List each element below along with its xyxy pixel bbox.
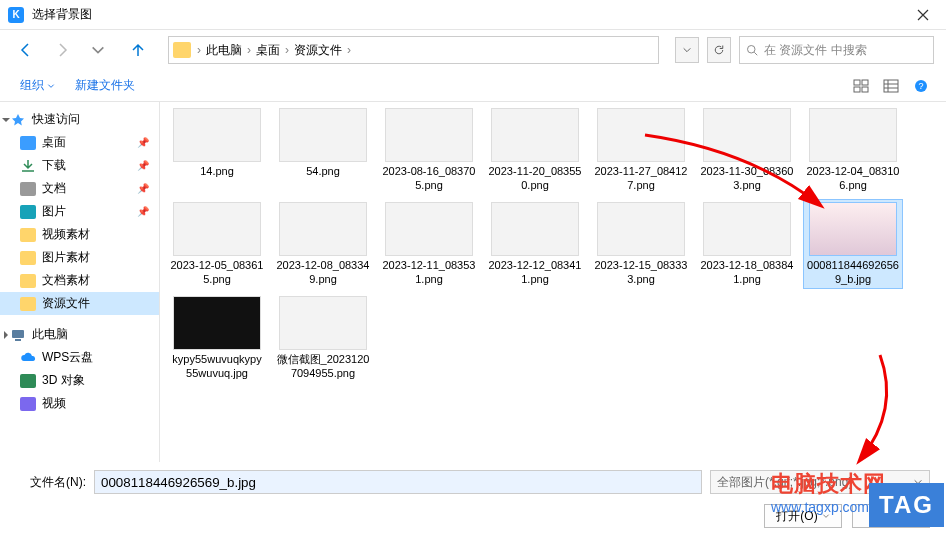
sidebar-item-3d-objects[interactable]: 3D 对象 <box>0 369 159 392</box>
file-item[interactable]: 微信截图_20231207094955.png <box>274 294 372 382</box>
sidebar-item-video-material[interactable]: 视频素材 <box>0 223 159 246</box>
cloud-icon <box>20 351 36 365</box>
sidebar-label: 桌面 <box>42 134 66 151</box>
pin-icon: 📌 <box>137 137 149 148</box>
help-button[interactable]: ? <box>908 74 934 98</box>
file-item[interactable]: 14.png <box>168 106 266 194</box>
file-item[interactable]: 2023-11-30_083603.png <box>698 106 796 194</box>
file-item[interactable]: 54.png <box>274 106 372 194</box>
file-name: 54.png <box>306 164 340 178</box>
file-thumbnail <box>597 108 685 162</box>
sidebar-item-pictures[interactable]: 图片📌 <box>0 200 159 223</box>
sidebar-item-document-material[interactable]: 文档素材 <box>0 269 159 292</box>
pin-icon: 📌 <box>137 206 149 217</box>
file-item[interactable]: 2023-12-11_083531.png <box>380 200 478 288</box>
star-icon <box>10 113 26 127</box>
file-name: 2023-12-18_083841.png <box>700 258 794 286</box>
sidebar-label: 文档 <box>42 180 66 197</box>
list-icon <box>883 79 899 93</box>
sidebar-item-picture-material[interactable]: 图片素材 <box>0 246 159 269</box>
sidebar-label: 文档素材 <box>42 272 90 289</box>
filename-label: 文件名(N): <box>16 474 86 491</box>
body: 快速访问 桌面📌 下载📌 文档📌 图片📌 视频素材 图片素材 文档素材 资源文件… <box>0 102 946 462</box>
help-icon: ? <box>914 79 928 93</box>
file-thumbnail <box>279 108 367 162</box>
file-thumbnail <box>809 108 897 162</box>
sidebar-label: 图片 <box>42 203 66 220</box>
close-icon <box>917 9 929 21</box>
sidebar-item-this-pc[interactable]: 此电脑 <box>0 323 159 346</box>
search-input[interactable]: 在 资源文件 中搜索 <box>739 36 934 64</box>
forward-button[interactable] <box>48 36 76 64</box>
file-item[interactable]: 2023-12-04_083106.png <box>804 106 902 194</box>
file-item[interactable]: 2023-08-16_083705.png <box>380 106 478 194</box>
file-item[interactable]: 2023-12-18_083841.png <box>698 200 796 288</box>
window-title: 选择背景图 <box>32 6 908 23</box>
sidebar-item-wps[interactable]: WPS云盘 <box>0 346 159 369</box>
sidebar-label: 3D 对象 <box>42 372 85 389</box>
sidebar-item-videos[interactable]: 视频 <box>0 392 159 415</box>
chevron-down-icon <box>47 82 55 90</box>
file-item[interactable]: 2023-12-05_083615.png <box>168 200 266 288</box>
file-item[interactable]: 2023-11-20_083550.png <box>486 106 584 194</box>
file-name: 2023-12-05_083615.png <box>170 258 264 286</box>
file-thumbnail <box>173 296 261 350</box>
file-item[interactable]: 2023-11-27_084127.png <box>592 106 690 194</box>
sidebar-label: 视频 <box>42 395 66 412</box>
filetype-filter[interactable]: 全部图片(*.gif;*.jpg;*.png) <box>710 470 930 494</box>
breadcrumb-segment[interactable]: 桌面 <box>253 42 283 59</box>
arrow-up-icon <box>130 42 146 58</box>
file-thumbnail <box>491 202 579 256</box>
close-button[interactable] <box>908 0 938 30</box>
breadcrumb[interactable]: › 此电脑 › 桌面 › 资源文件 › <box>168 36 659 64</box>
filename-input[interactable] <box>94 470 702 494</box>
folder-icon <box>20 297 36 311</box>
sidebar-item-downloads[interactable]: 下载📌 <box>0 154 159 177</box>
chevron-right-icon: › <box>195 43 203 57</box>
refresh-button[interactable] <box>707 37 731 63</box>
folder-icon <box>20 251 36 265</box>
svg-text:?: ? <box>918 81 923 91</box>
desktop-icon <box>20 136 36 150</box>
breadcrumb-dropdown[interactable] <box>675 37 699 63</box>
arrow-left-icon <box>18 42 34 58</box>
breadcrumb-segment[interactable]: 此电脑 <box>203 42 245 59</box>
chevron-down-icon <box>913 477 923 487</box>
new-folder-button[interactable]: 新建文件夹 <box>67 73 143 98</box>
title-bar: K 选择背景图 <box>0 0 946 30</box>
file-item[interactable]: 2023-12-15_083333.png <box>592 200 690 288</box>
sidebar-label: 资源文件 <box>42 295 90 312</box>
open-button[interactable]: 打开(O) <box>764 504 842 528</box>
file-name: 2023-11-27_084127.png <box>594 164 688 192</box>
pictures-icon <box>20 205 36 219</box>
sidebar-label: 下载 <box>42 157 66 174</box>
file-item[interactable]: 2023-12-12_083411.png <box>486 200 584 288</box>
view-options-button[interactable] <box>848 74 874 98</box>
arrow-right-icon <box>54 42 70 58</box>
refresh-icon <box>713 44 725 56</box>
sidebar-label: WPS云盘 <box>42 349 93 366</box>
file-item[interactable]: 0008118446926569_b.jpg <box>804 200 902 288</box>
svg-rect-5 <box>884 80 898 92</box>
organize-menu[interactable]: 组织 <box>12 73 63 98</box>
file-thumbnail <box>703 202 791 256</box>
recent-dropdown[interactable] <box>84 36 112 64</box>
cancel-button[interactable]: 取消 <box>852 504 930 528</box>
file-name: 2023-12-08_083349.png <box>276 258 370 286</box>
view-details-button[interactable] <box>878 74 904 98</box>
breadcrumb-segment[interactable]: 资源文件 <box>291 42 345 59</box>
file-item[interactable]: kypy55wuvuqkypy55wuvuq.jpg <box>168 294 266 382</box>
back-button[interactable] <box>12 36 40 64</box>
sidebar-item-resource-files[interactable]: 资源文件 <box>0 292 159 315</box>
svg-rect-1 <box>854 80 860 85</box>
file-pane[interactable]: 14.png54.png2023-08-16_083705.png2023-11… <box>160 102 946 462</box>
file-thumbnail <box>491 108 579 162</box>
file-item[interactable]: 2023-12-08_083349.png <box>274 200 372 288</box>
sidebar-item-desktop[interactable]: 桌面📌 <box>0 131 159 154</box>
sidebar-item-documents[interactable]: 文档📌 <box>0 177 159 200</box>
sidebar-label: 快速访问 <box>32 111 80 128</box>
svg-rect-9 <box>15 339 21 341</box>
up-button[interactable] <box>124 36 152 64</box>
sidebar-label: 图片素材 <box>42 249 90 266</box>
sidebar-item-quick-access[interactable]: 快速访问 <box>0 108 159 131</box>
